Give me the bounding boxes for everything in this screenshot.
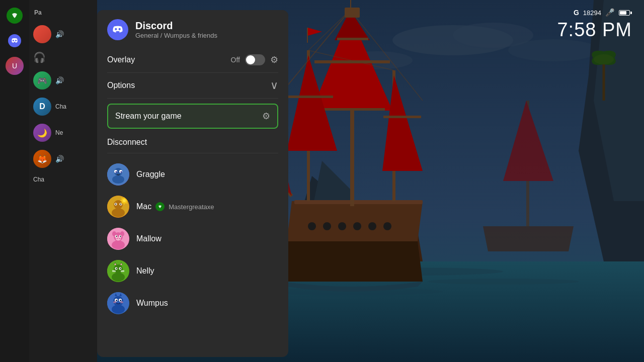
svg-point-7 bbox=[428, 279, 579, 285]
disconnect-button[interactable]: Disconnect bbox=[107, 133, 278, 153]
member-avatar-wumpus bbox=[107, 292, 129, 314]
svg-point-77 bbox=[116, 236, 117, 237]
g-icon: G bbox=[574, 9, 579, 17]
options-label: Options bbox=[107, 81, 135, 90]
svg-point-88 bbox=[116, 268, 117, 269]
member-avatar-mallow bbox=[107, 228, 129, 250]
member-item-mac[interactable]: Mac Mastergreataxe bbox=[107, 191, 278, 223]
member-item-wumpus[interactable]: Wumpus bbox=[107, 287, 278, 319]
member-info-nelly: Nelly bbox=[136, 266, 154, 276]
svg-rect-16 bbox=[322, 108, 385, 111]
overlay-toggle[interactable] bbox=[245, 54, 265, 65]
svg-rect-23 bbox=[307, 28, 308, 43]
member-info-mac: Mac Mastergreataxe bbox=[136, 202, 214, 211]
svg-point-101 bbox=[116, 300, 117, 301]
channel-sidebar: Pa 🔊 🎧 🎮 🔊 D Cha 🌙 Ne 🦊 🔊 Cha bbox=[29, 0, 97, 362]
svg-point-56 bbox=[121, 171, 122, 173]
discord-subtitle: General / Wumpus & friends bbox=[135, 32, 217, 39]
member-item-mallow[interactable]: Mallow bbox=[107, 223, 278, 255]
svg-point-25 bbox=[308, 222, 316, 230]
svg-point-81 bbox=[112, 273, 125, 282]
overlay-gear-icon[interactable]: ⚙ bbox=[270, 54, 278, 65]
overlay-label: Overlay bbox=[107, 55, 135, 64]
channel-item-headphone[interactable]: 🎧 bbox=[29, 48, 97, 66]
channel-name-cha: Cha bbox=[55, 103, 66, 110]
member-info-wumpus: Wumpus bbox=[136, 299, 168, 308]
member-name-graggle: Graggle bbox=[136, 170, 165, 179]
options-row[interactable]: Options ∨ bbox=[107, 73, 278, 99]
member-info-mallow: Mallow bbox=[136, 234, 162, 243]
svg-point-65 bbox=[123, 199, 126, 202]
svg-point-45 bbox=[13, 40, 14, 41]
svg-point-48 bbox=[115, 28, 117, 30]
member-avatar-nelly bbox=[107, 260, 129, 282]
svg-point-105 bbox=[120, 301, 123, 303]
svg-point-26 bbox=[323, 222, 331, 230]
stream-game-label: Stream your game bbox=[115, 112, 182, 121]
svg-point-63 bbox=[120, 204, 121, 205]
volume-icon-2: 🔊 bbox=[55, 76, 64, 84]
discord-body: Overlay Off ⚙ Options ∨ Stream your game… bbox=[97, 47, 288, 357]
member-info-graggle: Graggle bbox=[136, 170, 165, 179]
svg-point-104 bbox=[113, 301, 116, 303]
channel-item-5[interactable]: 🦊 🔊 bbox=[29, 147, 97, 171]
stream-game-button[interactable]: Stream your game ⚙ bbox=[107, 104, 278, 129]
svg-point-27 bbox=[338, 222, 346, 230]
svg-point-78 bbox=[120, 236, 121, 237]
member-item-nelly[interactable]: Nelly bbox=[107, 255, 278, 287]
status-bar: G 18294 🎤 7:58 PM bbox=[557, 8, 632, 41]
channel-item-3[interactable]: D Cha bbox=[29, 95, 97, 119]
channel-item-1[interactable]: 🔊 bbox=[29, 22, 97, 46]
channel-name-cha2: Cha bbox=[33, 176, 44, 183]
svg-rect-17 bbox=[337, 38, 368, 40]
svg-point-42 bbox=[594, 54, 614, 64]
svg-point-3 bbox=[508, 39, 599, 61]
svg-point-28 bbox=[353, 222, 361, 230]
member-name-wumpus: Wumpus bbox=[136, 299, 168, 308]
discord-app-name: Discord bbox=[135, 20, 217, 32]
discord-logo-icon bbox=[107, 19, 128, 40]
member-avatar-graggle bbox=[107, 163, 129, 186]
battery-icon bbox=[619, 10, 632, 16]
xbox-button[interactable] bbox=[7, 8, 23, 24]
stream-gear-icon[interactable]: ⚙ bbox=[262, 111, 270, 122]
toggle-knob bbox=[246, 55, 255, 64]
svg-point-80 bbox=[114, 264, 123, 274]
channel-item-2[interactable]: 🎮 🔊 bbox=[29, 68, 97, 93]
svg-point-62 bbox=[115, 204, 116, 205]
sidebar-user-avatar[interactable]: U bbox=[4, 55, 25, 76]
overlay-controls: Off ⚙ bbox=[231, 54, 278, 65]
svg-point-55 bbox=[116, 171, 117, 173]
xbox-platform-badge bbox=[155, 202, 165, 211]
svg-point-89 bbox=[120, 268, 121, 269]
svg-point-30 bbox=[383, 222, 391, 230]
svg-point-29 bbox=[368, 222, 376, 230]
disconnect-label: Disconnect bbox=[107, 138, 147, 146]
xbox-sidebar: U bbox=[0, 0, 29, 362]
member-game-mac: Mastergreataxe bbox=[169, 203, 214, 211]
status-icons: G 18294 🎤 bbox=[574, 8, 632, 17]
svg-point-52 bbox=[112, 175, 124, 184]
chevron-down-icon: ∨ bbox=[270, 80, 278, 91]
member-avatar-mac bbox=[107, 196, 129, 218]
time-display: 7:58 PM bbox=[557, 19, 632, 41]
overlay-setting-row: Overlay Off ⚙ bbox=[107, 47, 278, 73]
member-item-graggle[interactable]: Graggle bbox=[107, 158, 278, 191]
channel-item-6[interactable]: Cha bbox=[29, 173, 97, 186]
svg-point-70 bbox=[116, 237, 121, 241]
svg-rect-21 bbox=[350, 0, 351, 10]
member-name-mac: Mac bbox=[136, 202, 151, 211]
svg-point-71 bbox=[117, 238, 118, 239]
svg-rect-19 bbox=[383, 116, 421, 118]
sidebar-discord-icon[interactable] bbox=[4, 30, 25, 51]
svg-rect-18 bbox=[288, 96, 333, 98]
headphone-icon: 🎧 bbox=[33, 51, 46, 63]
xbox-logo-button[interactable] bbox=[4, 5, 25, 26]
channel-header: Pa bbox=[29, 5, 97, 20]
svg-point-96 bbox=[112, 305, 125, 314]
volume-icon-3: 🔊 bbox=[55, 155, 64, 163]
svg-rect-11 bbox=[294, 200, 423, 204]
member-name-mallow: Mallow bbox=[136, 234, 162, 243]
discord-header: Discord General / Wumpus & friends bbox=[97, 10, 288, 47]
channel-item-4[interactable]: 🌙 Ne bbox=[29, 121, 97, 145]
